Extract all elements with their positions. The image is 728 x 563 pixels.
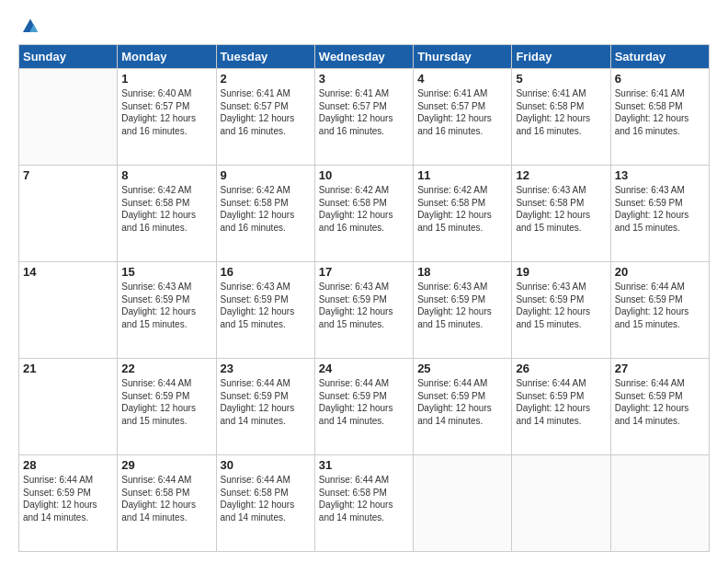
day-number: 28 xyxy=(23,458,113,472)
day-detail: Sunrise: 6:44 AMSunset: 6:58 PMDaylight:… xyxy=(121,474,211,523)
day-number: 7 xyxy=(23,168,113,182)
day-detail: Sunrise: 6:44 AMSunset: 6:59 PMDaylight:… xyxy=(23,474,113,523)
calendar-cell: 22Sunrise: 6:44 AMSunset: 6:59 PMDayligh… xyxy=(118,359,216,455)
week-row-2: 78Sunrise: 6:42 AMSunset: 6:58 PMDayligh… xyxy=(19,166,710,262)
calendar-cell: 21 xyxy=(19,359,118,455)
day-number: 1 xyxy=(121,72,211,86)
calendar-cell: 7 xyxy=(19,166,118,262)
header xyxy=(18,15,710,35)
day-detail: Sunrise: 6:43 AMSunset: 6:59 PMDaylight:… xyxy=(615,184,705,234)
day-detail: Sunrise: 6:42 AMSunset: 6:58 PMDaylight:… xyxy=(319,184,409,234)
calendar-cell: 31Sunrise: 6:44 AMSunset: 6:58 PMDayligh… xyxy=(314,455,413,552)
calendar-cell: 15Sunrise: 6:43 AMSunset: 6:59 PMDayligh… xyxy=(118,262,216,359)
day-number: 30 xyxy=(221,458,311,472)
weekday-header-row: SundayMondayTuesdayWednesdayThursdayFrid… xyxy=(19,45,710,69)
calendar-cell: 17Sunrise: 6:43 AMSunset: 6:59 PMDayligh… xyxy=(314,262,413,359)
day-number: 2 xyxy=(221,72,311,86)
calendar-cell: 12Sunrise: 6:43 AMSunset: 6:58 PMDayligh… xyxy=(512,166,610,262)
day-detail: Sunrise: 6:42 AMSunset: 6:58 PMDaylight:… xyxy=(417,184,507,234)
day-detail: Sunrise: 6:44 AMSunset: 6:58 PMDaylight:… xyxy=(319,474,409,523)
day-number: 18 xyxy=(417,265,507,279)
day-number: 26 xyxy=(516,362,606,375)
day-detail: Sunrise: 6:44 AMSunset: 6:59 PMDaylight:… xyxy=(615,281,705,330)
calendar-cell: 11Sunrise: 6:42 AMSunset: 6:58 PMDayligh… xyxy=(414,166,512,262)
logo-icon xyxy=(20,15,40,35)
day-number: 13 xyxy=(615,168,705,182)
calendar-cell xyxy=(19,69,118,166)
day-detail: Sunrise: 6:42 AMSunset: 6:58 PMDaylight:… xyxy=(221,184,311,234)
day-number: 6 xyxy=(615,72,705,86)
calendar-cell: 13Sunrise: 6:43 AMSunset: 6:59 PMDayligh… xyxy=(610,166,709,262)
day-detail: Sunrise: 6:41 AMSunset: 6:57 PMDaylight:… xyxy=(417,87,507,137)
calendar-cell: 8Sunrise: 6:42 AMSunset: 6:58 PMDaylight… xyxy=(118,166,216,262)
day-number: 5 xyxy=(516,72,606,86)
calendar-cell: 14 xyxy=(19,262,118,359)
day-number: 10 xyxy=(319,168,409,182)
day-detail: Sunrise: 6:43 AMSunset: 6:59 PMDaylight:… xyxy=(121,281,211,330)
day-number: 27 xyxy=(615,362,705,375)
week-row-3: 1415Sunrise: 6:43 AMSunset: 6:59 PMDayli… xyxy=(19,262,710,359)
calendar-cell: 18Sunrise: 6:43 AMSunset: 6:59 PMDayligh… xyxy=(414,262,512,359)
day-detail: Sunrise: 6:43 AMSunset: 6:59 PMDaylight:… xyxy=(221,281,311,330)
calendar-cell: 23Sunrise: 6:44 AMSunset: 6:59 PMDayligh… xyxy=(216,359,314,455)
day-number: 16 xyxy=(221,265,311,279)
calendar-cell: 4Sunrise: 6:41 AMSunset: 6:57 PMDaylight… xyxy=(414,69,512,166)
day-detail: Sunrise: 6:44 AMSunset: 6:59 PMDaylight:… xyxy=(615,377,705,427)
calendar-cell: 20Sunrise: 6:44 AMSunset: 6:59 PMDayligh… xyxy=(610,262,709,359)
calendar-cell: 25Sunrise: 6:44 AMSunset: 6:59 PMDayligh… xyxy=(414,359,512,455)
calendar-cell: 24Sunrise: 6:44 AMSunset: 6:59 PMDayligh… xyxy=(314,359,413,455)
weekday-header-friday: Friday xyxy=(512,45,610,69)
calendar-cell xyxy=(512,455,610,552)
day-number: 11 xyxy=(417,168,507,182)
calendar-cell: 29Sunrise: 6:44 AMSunset: 6:58 PMDayligh… xyxy=(118,455,216,552)
day-number: 25 xyxy=(417,362,507,375)
day-number: 23 xyxy=(221,362,311,375)
day-detail: Sunrise: 6:42 AMSunset: 6:58 PMDaylight:… xyxy=(121,184,211,234)
day-number: 31 xyxy=(319,458,409,472)
day-number: 9 xyxy=(221,168,311,182)
day-detail: Sunrise: 6:41 AMSunset: 6:58 PMDaylight:… xyxy=(516,87,606,137)
week-row-4: 2122Sunrise: 6:44 AMSunset: 6:59 PMDayli… xyxy=(19,359,710,455)
day-number: 21 xyxy=(23,362,113,375)
day-number: 19 xyxy=(516,265,606,279)
calendar-cell: 26Sunrise: 6:44 AMSunset: 6:59 PMDayligh… xyxy=(512,359,610,455)
calendar-cell: 19Sunrise: 6:43 AMSunset: 6:59 PMDayligh… xyxy=(512,262,610,359)
day-detail: Sunrise: 6:44 AMSunset: 6:58 PMDaylight:… xyxy=(221,474,311,523)
calendar-cell: 5Sunrise: 6:41 AMSunset: 6:58 PMDaylight… xyxy=(512,69,610,166)
week-row-1: 1Sunrise: 6:40 AMSunset: 6:57 PMDaylight… xyxy=(19,69,710,166)
calendar-table: SundayMondayTuesdayWednesdayThursdayFrid… xyxy=(18,44,710,552)
day-number: 24 xyxy=(319,362,409,375)
day-detail: Sunrise: 6:43 AMSunset: 6:59 PMDaylight:… xyxy=(319,281,409,330)
calendar-cell: 2Sunrise: 6:41 AMSunset: 6:57 PMDaylight… xyxy=(216,69,314,166)
day-detail: Sunrise: 6:40 AMSunset: 6:57 PMDaylight:… xyxy=(121,87,211,137)
calendar-cell: 6Sunrise: 6:41 AMSunset: 6:58 PMDaylight… xyxy=(610,69,709,166)
calendar-cell: 3Sunrise: 6:41 AMSunset: 6:57 PMDaylight… xyxy=(314,69,413,166)
calendar-cell: 9Sunrise: 6:42 AMSunset: 6:58 PMDaylight… xyxy=(216,166,314,262)
weekday-header-tuesday: Tuesday xyxy=(216,45,314,69)
day-detail: Sunrise: 6:41 AMSunset: 6:57 PMDaylight:… xyxy=(221,87,311,137)
calendar-cell: 27Sunrise: 6:44 AMSunset: 6:59 PMDayligh… xyxy=(610,359,709,455)
day-detail: Sunrise: 6:44 AMSunset: 6:59 PMDaylight:… xyxy=(319,377,409,427)
day-detail: Sunrise: 6:43 AMSunset: 6:59 PMDaylight:… xyxy=(516,281,606,330)
day-detail: Sunrise: 6:41 AMSunset: 6:58 PMDaylight:… xyxy=(615,87,705,137)
day-detail: Sunrise: 6:44 AMSunset: 6:59 PMDaylight:… xyxy=(221,377,311,427)
calendar-cell: 16Sunrise: 6:43 AMSunset: 6:59 PMDayligh… xyxy=(216,262,314,359)
calendar-cell xyxy=(414,455,512,552)
calendar-cell: 28Sunrise: 6:44 AMSunset: 6:59 PMDayligh… xyxy=(19,455,118,552)
calendar-cell xyxy=(610,455,709,552)
day-number: 12 xyxy=(516,168,606,182)
day-detail: Sunrise: 6:44 AMSunset: 6:59 PMDaylight:… xyxy=(516,377,606,427)
day-detail: Sunrise: 6:44 AMSunset: 6:59 PMDaylight:… xyxy=(417,377,507,427)
weekday-header-thursday: Thursday xyxy=(414,45,512,69)
calendar-cell: 10Sunrise: 6:42 AMSunset: 6:58 PMDayligh… xyxy=(314,166,413,262)
day-number: 8 xyxy=(121,168,211,182)
weekday-header-sunday: Sunday xyxy=(19,45,118,69)
logo xyxy=(18,15,44,35)
day-number: 17 xyxy=(319,265,409,279)
day-number: 4 xyxy=(417,72,507,86)
day-number: 20 xyxy=(615,265,705,279)
day-number: 22 xyxy=(121,362,211,375)
weekday-header-wednesday: Wednesday xyxy=(314,45,413,69)
calendar-cell: 30Sunrise: 6:44 AMSunset: 6:58 PMDayligh… xyxy=(216,455,314,552)
day-detail: Sunrise: 6:43 AMSunset: 6:59 PMDaylight:… xyxy=(417,281,507,330)
